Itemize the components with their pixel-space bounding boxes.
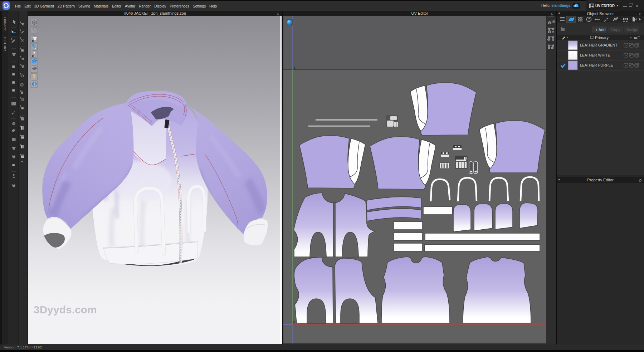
svg-text:0: 0 (293, 321, 295, 324)
svg-text:Copy: Copy (611, 28, 620, 32)
svg-text:LEATHER WHITE: LEATHER WHITE (580, 53, 610, 57)
svg-text:LEATHER PURPLE: LEATHER PURPLE (580, 63, 613, 67)
svg-text:Primary: Primary (595, 35, 609, 40)
svg-text:Object Browser: Object Browser (587, 11, 614, 16)
svg-text:3Dyyds.com: 3Dyyds.com (34, 304, 97, 316)
svg-text:1: 1 (294, 66, 296, 69)
svg-text:+: + (630, 35, 632, 40)
svg-text:Property Editor: Property Editor (587, 178, 614, 182)
svg-text:LEATHER GRADIENT: LEATHER GRADIENT (580, 43, 618, 47)
svg-text:+ Add: + Add (595, 28, 605, 32)
svg-text:Assign: Assign (626, 28, 638, 32)
